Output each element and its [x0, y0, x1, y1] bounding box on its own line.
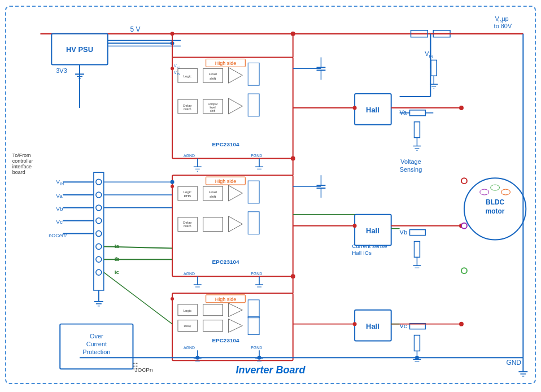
svg-point-159	[461, 223, 467, 229]
svg-point-18	[96, 218, 102, 224]
svg-rect-116	[414, 242, 420, 258]
svg-text:Delay: Delay	[183, 221, 191, 224]
svg-text:shift: shift	[210, 110, 216, 112]
svg-rect-115	[414, 122, 420, 138]
svg-point-20	[96, 243, 102, 249]
svg-text:V: V	[174, 71, 177, 75]
high-side-2-label: High side	[215, 178, 236, 184]
vc-label-left: Vc	[56, 219, 63, 225]
svg-text:Protection: Protection	[82, 349, 110, 355]
over-current-label: Over	[90, 333, 103, 339]
svg-point-183	[353, 224, 357, 228]
ia-label: Ia	[115, 243, 120, 249]
svg-point-146	[291, 32, 295, 36]
vb-label-left: Vb	[56, 206, 63, 212]
svg-text:AGND: AGND	[184, 346, 195, 350]
circuit-diagram: V IN up to 80V HV PSU 5 V 3V3	[6, 7, 535, 383]
va-label-right: Va	[400, 109, 407, 116]
hall-2-label: Hall	[366, 227, 379, 235]
svg-text:V: V	[174, 64, 177, 68]
svg-text:Delay: Delay	[184, 325, 191, 328]
hall-1-label: Hall	[366, 106, 379, 114]
svg-point-21	[96, 256, 102, 262]
3v3-label: 3V3	[56, 67, 67, 74]
svg-text:Level: Level	[208, 72, 216, 76]
main-container: V IN up to 80V HV PSU 5 V 3V3	[5, 6, 536, 384]
svg-text:to 80V: to 80V	[494, 23, 512, 29]
svg-point-155	[459, 106, 464, 110]
svg-point-184	[353, 322, 357, 326]
svg-rect-207	[431, 60, 437, 76]
vin-label-left: V	[56, 178, 60, 185]
svg-point-157	[459, 322, 464, 326]
svg-text:Current: Current	[86, 341, 107, 347]
svg-text:shift: shift	[210, 195, 216, 198]
vb-label-right: Vb	[400, 229, 407, 236]
epc23104-3-label: EPC23104	[212, 337, 239, 343]
5v-label: 5 V	[130, 25, 140, 33]
gnd-label: GND	[506, 359, 521, 367]
svg-text:PHB: PHB	[184, 194, 191, 198]
va-label-left: Va	[56, 193, 63, 199]
svg-point-19	[96, 231, 102, 237]
svg-point-189	[415, 356, 419, 360]
high-side-1-label: High side	[215, 60, 236, 66]
svg-text:IN: IN	[429, 54, 433, 59]
svg-text:level: level	[210, 106, 215, 109]
svg-text:controller: controller	[12, 158, 33, 164]
svg-point-204	[171, 32, 174, 36]
svg-text:AGND: AGND	[184, 272, 195, 276]
vc-label-right: Vc	[400, 323, 407, 329]
svg-line-175	[104, 272, 172, 324]
svg-text:PGND: PGND	[251, 154, 262, 158]
svg-text:Logic: Logic	[184, 309, 191, 312]
svg-point-147	[291, 156, 295, 160]
svg-text:Logic: Logic	[184, 190, 191, 194]
svg-text:match: match	[184, 225, 191, 228]
epc23104-1-label: EPC23104	[212, 141, 239, 147]
svg-text:Hall ICs: Hall ICs	[352, 250, 372, 256]
svg-text:Compar: Compar	[208, 103, 218, 106]
svg-text:shift: shift	[210, 77, 216, 80]
svg-text:Level: Level	[208, 190, 216, 194]
svg-point-201	[171, 185, 174, 188]
svg-point-181	[171, 180, 174, 184]
svg-point-16	[96, 192, 102, 198]
svg-rect-113	[410, 230, 426, 236]
svg-text:match: match	[184, 108, 191, 111]
svg-text:Delay: Delay	[183, 104, 191, 107]
svg-text:PGND: PGND	[251, 346, 262, 350]
inverter-board-label: Inverter Board	[235, 364, 305, 376]
hv-psu-label: HV PSU	[66, 45, 93, 54]
svg-text:IN: IN	[60, 182, 64, 186]
to-from-label: To/From	[12, 153, 31, 158]
svg-point-160	[461, 268, 467, 273]
svg-text:interface: interface	[12, 164, 32, 169]
svg-point-187	[195, 356, 199, 360]
svg-point-188	[258, 356, 261, 360]
svg-rect-112	[410, 110, 426, 116]
current-sense-label: Current sense	[352, 243, 387, 249]
svg-text:up: up	[502, 15, 509, 22]
svg-point-148	[291, 274, 295, 278]
epc23104-2-label: EPC23104	[212, 259, 239, 265]
voltage-sensing-label: Voltage	[400, 158, 421, 165]
high-side-3-label: High side	[215, 297, 236, 302]
svg-point-202	[171, 297, 174, 300]
svg-text:IN: IN	[177, 73, 180, 76]
svg-point-17	[96, 205, 102, 211]
svg-point-22	[96, 269, 102, 275]
svg-text:AGND: AGND	[184, 154, 195, 158]
bldc-motor-label: BLDC	[486, 198, 504, 206]
svg-text:motor: motor	[486, 207, 505, 215]
jocpn-label: JOCPn	[134, 367, 152, 373]
svg-point-182	[353, 106, 357, 110]
svg-text:PGND: PGND	[251, 272, 262, 276]
svg-text:board: board	[12, 169, 25, 175]
svg-text:cc: cc	[177, 66, 180, 69]
hall-3-label: Hall	[366, 322, 379, 330]
svg-text:Sensing: Sensing	[400, 166, 422, 173]
svg-point-158	[461, 178, 467, 184]
svg-text:Logic: Logic	[184, 75, 191, 78]
svg-rect-117	[414, 336, 420, 351]
